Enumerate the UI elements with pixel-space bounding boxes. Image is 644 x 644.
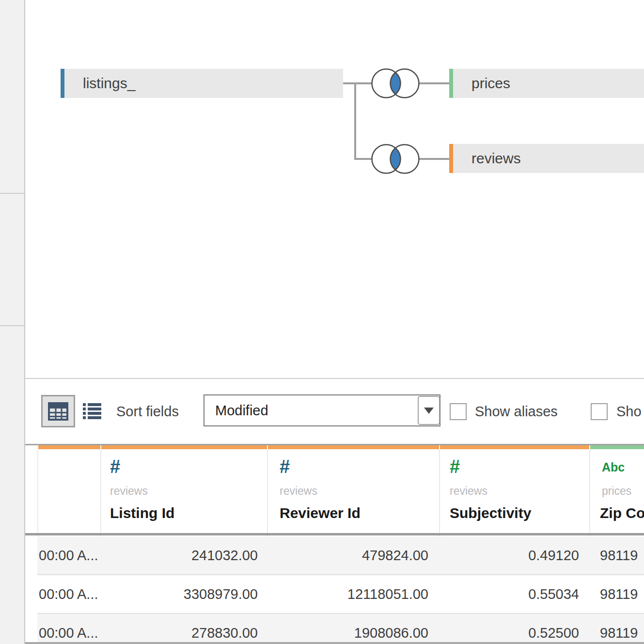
cell-zip-code: 98119 — [590, 575, 644, 613]
table-accent-bar — [449, 144, 453, 173]
cell-listing-id: 241032.00 — [101, 536, 267, 574]
cell-datetime: 00:00 A... — [37, 575, 100, 613]
dropdown-arrow-button[interactable] — [418, 396, 440, 425]
join-connector-line — [343, 82, 373, 84]
table-card-listings[interactable]: listings_ — [61, 69, 343, 98]
show-aliases-checkbox[interactable] — [450, 403, 467, 420]
column-header-zip-code[interactable]: Zip Co — [600, 505, 644, 521]
table-name-label: reviews — [449, 150, 521, 167]
sort-fields-dropdown[interactable]: Modified — [204, 394, 440, 426]
inner-join-icon[interactable] — [371, 68, 420, 99]
column-header-subjectivity[interactable]: Subjectivity — [450, 505, 531, 521]
cell-subjectivity: 0.49120 — [440, 536, 589, 574]
list-view-button[interactable] — [83, 403, 101, 420]
cell-subjectivity: 0.52500 — [440, 614, 589, 644]
column-strip-prices — [590, 445, 644, 449]
cell-listing-id: 278830.00 — [101, 614, 267, 644]
grid-view-icon — [48, 402, 68, 421]
column-header-reviewer-id[interactable]: Reviewer Id — [280, 505, 361, 521]
number-type-icon: # — [280, 457, 290, 476]
column-strip-reviews — [440, 445, 589, 449]
table-card-prices[interactable]: prices — [449, 69, 644, 98]
inner-join-icon[interactable] — [371, 143, 420, 174]
table-name-label: prices — [449, 75, 510, 92]
left-sidebar — [0, 0, 25, 644]
show-aliases-label: Show aliases — [475, 403, 558, 420]
calculated-number-type-icon: # — [450, 457, 460, 476]
sidebar-divider — [0, 325, 24, 326]
column-strip-reviews — [268, 445, 439, 449]
cell-zip-code: 98119 — [590, 536, 644, 574]
join-connector-line — [418, 82, 449, 84]
table-accent-bar — [61, 69, 64, 98]
table-accent-bar — [449, 69, 453, 98]
cell-datetime: 00:00 A... — [37, 614, 100, 644]
cell-listing-id: 3308979.00 — [101, 575, 267, 613]
cell-zip-code: 98119 — [590, 614, 644, 644]
tableau-datasource-page: listings_ prices reviews — [0, 0, 644, 644]
cell-datetime: 00:00 A... — [37, 536, 100, 574]
cell-reviewer-id: 479824.00 — [268, 536, 439, 574]
cell-reviewer-id: 12118051.00 — [268, 575, 439, 613]
sidebar-divider — [0, 193, 24, 194]
table-card-reviews[interactable]: reviews — [449, 144, 644, 173]
string-type-icon: Abc — [602, 461, 625, 473]
column-table-label: reviews — [110, 486, 148, 497]
column-table-label: prices — [602, 486, 631, 497]
show-hidden-checkbox[interactable] — [591, 403, 608, 420]
join-connector-line — [354, 82, 356, 160]
number-type-icon: # — [110, 457, 120, 476]
sort-fields-label: Sort fields — [116, 403, 179, 420]
column-table-label: reviews — [450, 486, 487, 497]
column-strip-reviews — [101, 445, 267, 449]
grid-bottom-border — [25, 642, 644, 644]
show-hidden-label: Sho — [616, 403, 642, 420]
join-connector-line — [356, 158, 373, 160]
header-bottom-border — [25, 533, 644, 535]
sort-fields-dropdown-value: Modified — [215, 395, 268, 425]
column-strip-reviews — [38, 445, 100, 449]
cell-subjectivity: 0.55034 — [440, 575, 589, 613]
panel-divider — [25, 378, 644, 379]
join-connector-line — [418, 158, 449, 160]
table-name-label: listings_ — [61, 75, 135, 92]
cell-reviewer-id: 1908086.00 — [268, 614, 439, 644]
list-view-icon — [83, 403, 101, 420]
grid-view-button[interactable] — [41, 395, 75, 427]
column-header-listing-id[interactable]: Listing Id — [110, 505, 174, 521]
chevron-down-icon — [424, 408, 434, 414]
column-table-label: reviews — [280, 486, 317, 497]
